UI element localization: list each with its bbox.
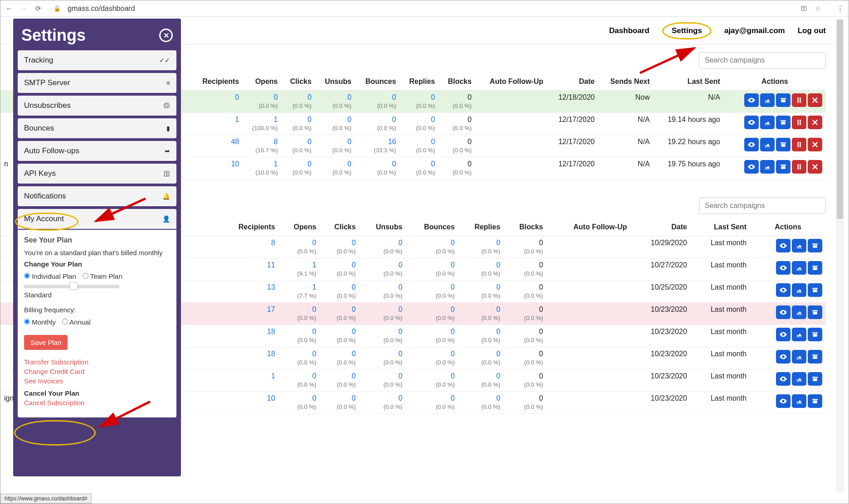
action-pause-icon[interactable] [792, 138, 806, 151]
action-view-icon[interactable] [744, 160, 759, 174]
action-view-icon[interactable] [776, 283, 790, 297]
database-icon: ≡ [166, 79, 170, 87]
settings-panel: Settings ✕ Tracking✓✓ SMTP Server≡ Unsub… [13, 19, 181, 476]
action-report-icon[interactable] [792, 305, 806, 319]
forward-icon[interactable]: → [20, 5, 28, 13]
accordion-unsubs[interactable]: Unsubscribes☹ [18, 96, 176, 116]
col-last-sent-2: Last Sent [691, 218, 750, 236]
action-view-icon[interactable] [776, 239, 790, 252]
action-pause-icon[interactable] [792, 93, 806, 107]
cancel-subscription-link[interactable]: Cancel Subscription [24, 399, 170, 407]
radio-annual[interactable]: Annual [62, 318, 91, 326]
exit-icon: ▮ [166, 125, 170, 132]
action-archive-icon[interactable] [776, 93, 790, 107]
action-report-icon[interactable] [760, 138, 775, 151]
action-report-icon[interactable] [760, 160, 775, 174]
browser-status-bar: https://www.gmass.co/dashboard# [0, 494, 92, 504]
action-view-icon[interactable] [744, 138, 759, 151]
action-view-icon[interactable] [776, 372, 790, 386]
action-view-icon[interactable] [776, 305, 790, 319]
search-campaigns-input-1[interactable] [699, 52, 826, 68]
action-report-icon[interactable] [792, 283, 806, 297]
action-view-icon[interactable] [776, 394, 790, 408]
radio-individual[interactable]: Individual Plan [24, 272, 76, 280]
accordion-bounces[interactable]: Bounces▮ [18, 118, 176, 138]
action-delete-icon[interactable] [808, 160, 822, 174]
action-view-icon[interactable] [744, 116, 759, 129]
key-icon: ⚿ [164, 170, 170, 177]
plan-description: You're on a standard plan that's billed … [24, 249, 170, 257]
page-scrollbar[interactable] [836, 19, 844, 493]
accordion-notif[interactable]: Notifications🔔 [18, 186, 176, 206]
action-archive-icon[interactable] [808, 372, 822, 386]
action-report-icon[interactable] [760, 93, 775, 107]
col-actions: Actions [724, 73, 826, 91]
action-view-icon[interactable] [744, 93, 759, 107]
see-invoices-link[interactable]: See Invoices [24, 377, 170, 385]
action-pause-icon[interactable] [792, 116, 806, 129]
action-archive-icon[interactable] [776, 160, 790, 174]
action-archive-icon[interactable] [808, 394, 822, 408]
action-report-icon[interactable] [792, 239, 806, 252]
star-icon[interactable]: ☆ [815, 5, 820, 12]
col-last-sent: Last Sent [654, 73, 724, 91]
accordion-tracking[interactable]: Tracking✓✓ [18, 50, 176, 70]
action-delete-icon[interactable] [808, 116, 822, 129]
col-date: Date [547, 73, 598, 91]
key-icon[interactable]: ⚿ [801, 5, 807, 12]
plan-slider[interactable] [24, 285, 119, 288]
col-blocks-2: Blocks [504, 218, 546, 236]
action-pause-icon[interactable] [792, 160, 806, 174]
forward-icon: ➦ [165, 147, 170, 155]
radio-team[interactable]: Team Plan [83, 272, 122, 280]
accordion-account[interactable]: My Account👤 [18, 209, 176, 229]
action-report-icon[interactable] [792, 328, 806, 341]
action-delete-icon[interactable] [808, 138, 822, 151]
back-icon[interactable]: ← [5, 5, 13, 13]
action-view-icon[interactable] [776, 328, 790, 341]
col-actions-2: Actions [750, 218, 826, 236]
col-date-2: Date [630, 218, 690, 236]
action-archive-icon[interactable] [808, 283, 822, 297]
nav-email[interactable]: ajay@gmail.com [724, 26, 785, 35]
col-unsubs-2: Unsubs [359, 218, 406, 236]
change-credit-card-link[interactable]: Change Credit Card [24, 368, 170, 375]
lock-icon: 🔒 [53, 5, 61, 13]
action-archive-icon[interactable] [808, 328, 822, 341]
radio-monthly[interactable]: Monthly [24, 318, 56, 326]
accordion-api[interactable]: API Keys⚿ [18, 164, 176, 184]
col-blocks: Blocks [439, 73, 475, 91]
search-campaigns-input-2[interactable] [699, 198, 826, 214]
transfer-subscription-link[interactable]: Transfer Subscription [24, 358, 170, 366]
action-delete-icon[interactable] [808, 93, 822, 107]
close-settings-button[interactable]: ✕ [159, 29, 173, 42]
reload-icon[interactable]: ⟳ [34, 5, 42, 13]
action-report-icon[interactable] [792, 350, 806, 363]
action-archive-icon[interactable] [808, 239, 822, 252]
save-plan-button[interactable]: Save Plan [24, 335, 68, 350]
action-archive-icon[interactable] [808, 350, 822, 363]
action-archive-icon[interactable] [776, 116, 790, 129]
action-archive-icon[interactable] [776, 138, 790, 151]
col-unsubs: Unsubs [315, 73, 355, 91]
nav-logout[interactable]: Log out [798, 26, 826, 35]
nav-dashboard[interactable]: Dashboard [609, 26, 649, 35]
url-text[interactable]: gmass.co/dashboard [68, 5, 135, 13]
action-report-icon[interactable] [792, 261, 806, 275]
col-recipients-2: Recipients [218, 218, 279, 236]
bell-icon: 🔔 [162, 193, 170, 200]
col-opens-2: Opens [279, 218, 320, 236]
action-archive-icon[interactable] [808, 305, 822, 319]
nav-settings[interactable]: Settings [672, 26, 702, 35]
col-sends-next: Sends Next [598, 73, 654, 91]
action-report-icon[interactable] [792, 394, 806, 408]
action-report-icon[interactable] [760, 116, 775, 129]
action-view-icon[interactable] [776, 261, 790, 275]
accordion-afu[interactable]: Auto Follow-ups➦ [18, 141, 176, 161]
action-report-icon[interactable] [792, 372, 806, 386]
sad-face-icon: ☹ [163, 102, 170, 109]
action-archive-icon[interactable] [808, 261, 822, 275]
action-view-icon[interactable] [776, 350, 790, 363]
menu-dots-icon[interactable]: ⋮ [836, 5, 844, 13]
accordion-smtp[interactable]: SMTP Server≡ [18, 73, 176, 93]
